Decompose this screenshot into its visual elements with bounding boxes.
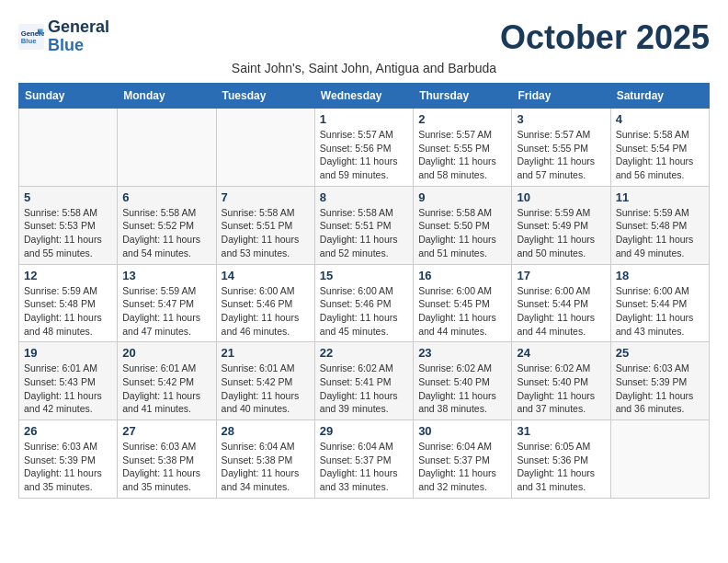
calendar-cell: 21Sunrise: 6:01 AMSunset: 5:42 PMDayligh…: [216, 342, 314, 420]
calendar-cell: 8Sunrise: 5:58 AMSunset: 5:51 PMDaylight…: [314, 186, 413, 264]
calendar-cell: 18Sunrise: 6:00 AMSunset: 5:44 PMDayligh…: [610, 264, 709, 342]
day-info: Sunrise: 5:59 AMSunset: 5:49 PMDaylight:…: [517, 206, 605, 260]
day-info: Sunrise: 5:57 AMSunset: 5:55 PMDaylight:…: [517, 128, 605, 182]
day-number: 17: [517, 269, 605, 282]
day-info: Sunrise: 6:04 AMSunset: 5:38 PMDaylight:…: [222, 440, 310, 494]
day-number: 10: [517, 190, 605, 204]
day-info: Sunrise: 6:01 AMSunset: 5:43 PMDaylight:…: [24, 362, 112, 416]
calendar-cell: 2Sunrise: 5:57 AMSunset: 5:55 PMDaylight…: [414, 109, 512, 187]
day-number: 14: [222, 269, 310, 282]
calendar-cell: 11Sunrise: 5:59 AMSunset: 5:48 PMDayligh…: [610, 186, 709, 264]
day-number: 15: [320, 269, 408, 282]
header: General Blue General Blue October 2025: [18, 18, 710, 57]
calendar-cell: 19Sunrise: 6:01 AMSunset: 5:43 PMDayligh…: [19, 342, 118, 420]
day-info: Sunrise: 6:04 AMSunset: 5:37 PMDaylight:…: [418, 440, 506, 494]
week-row-4: 19Sunrise: 6:01 AMSunset: 5:43 PMDayligh…: [19, 342, 710, 420]
day-number: 24: [517, 346, 605, 360]
day-info: Sunrise: 5:57 AMSunset: 5:55 PMDaylight:…: [418, 128, 506, 182]
calendar-cell: 25Sunrise: 6:03 AMSunset: 5:39 PMDayligh…: [610, 342, 709, 420]
day-info: Sunrise: 6:03 AMSunset: 5:38 PMDaylight:…: [122, 440, 210, 494]
calendar-cell: 22Sunrise: 6:02 AMSunset: 5:41 PMDayligh…: [314, 342, 413, 420]
day-info: Sunrise: 6:05 AMSunset: 5:36 PMDaylight:…: [517, 440, 605, 494]
calendar-cell: 14Sunrise: 6:00 AMSunset: 5:46 PMDayligh…: [216, 264, 314, 342]
day-number: 31: [517, 424, 605, 438]
day-info: Sunrise: 6:00 AMSunset: 5:46 PMDaylight:…: [320, 284, 408, 339]
calendar-cell: 5Sunrise: 5:58 AMSunset: 5:53 PMDaylight…: [19, 186, 118, 264]
day-info: Sunrise: 6:02 AMSunset: 5:41 PMDaylight:…: [320, 362, 408, 416]
day-number: 3: [517, 112, 605, 126]
calendar-cell: 7Sunrise: 5:58 AMSunset: 5:51 PMDaylight…: [216, 186, 314, 264]
calendar-cell: 17Sunrise: 6:00 AMSunset: 5:44 PMDayligh…: [512, 264, 610, 342]
calendar-cell: 28Sunrise: 6:04 AMSunset: 5:38 PMDayligh…: [216, 420, 314, 499]
day-info: Sunrise: 6:00 AMSunset: 5:46 PMDaylight:…: [222, 284, 310, 339]
day-info: Sunrise: 5:58 AMSunset: 5:53 PMDaylight:…: [24, 206, 112, 260]
day-number: 9: [418, 190, 506, 204]
day-info: Sunrise: 5:58 AMSunset: 5:54 PMDaylight:…: [616, 128, 704, 182]
weekday-saturday: Saturday: [610, 84, 709, 109]
weekday-thursday: Thursday: [414, 84, 512, 109]
day-info: Sunrise: 6:00 AMSunset: 5:44 PMDaylight:…: [616, 284, 704, 339]
day-number: 6: [122, 190, 210, 204]
day-number: 4: [616, 112, 704, 126]
day-number: 5: [24, 190, 112, 204]
day-number: 23: [418, 346, 506, 360]
day-info: Sunrise: 6:02 AMSunset: 5:40 PMDaylight:…: [418, 362, 506, 416]
day-info: Sunrise: 5:58 AMSunset: 5:51 PMDaylight:…: [320, 206, 408, 260]
calendar-cell: 29Sunrise: 6:04 AMSunset: 5:37 PMDayligh…: [314, 420, 413, 499]
day-number: 8: [320, 190, 408, 204]
weekday-header-row: SundayMondayTuesdayWednesdayThursdayFrid…: [19, 84, 710, 109]
calendar-cell: 15Sunrise: 6:00 AMSunset: 5:46 PMDayligh…: [314, 264, 413, 342]
week-row-5: 26Sunrise: 6:03 AMSunset: 5:39 PMDayligh…: [19, 420, 710, 499]
day-info: Sunrise: 6:04 AMSunset: 5:37 PMDaylight:…: [320, 440, 408, 494]
calendar-cell: 1Sunrise: 5:57 AMSunset: 5:56 PMDaylight…: [314, 109, 413, 187]
day-number: 20: [122, 346, 210, 360]
calendar-cell: 30Sunrise: 6:04 AMSunset: 5:37 PMDayligh…: [414, 420, 512, 499]
day-number: 11: [616, 190, 704, 204]
calendar-cell: 23Sunrise: 6:02 AMSunset: 5:40 PMDayligh…: [414, 342, 512, 420]
day-info: Sunrise: 6:00 AMSunset: 5:44 PMDaylight:…: [517, 284, 605, 339]
day-info: Sunrise: 6:03 AMSunset: 5:39 PMDaylight:…: [616, 362, 704, 416]
svg-text:Blue: Blue: [21, 37, 37, 45]
calendar-cell: 9Sunrise: 5:58 AMSunset: 5:50 PMDaylight…: [414, 186, 512, 264]
day-number: 22: [320, 346, 408, 360]
day-info: Sunrise: 6:00 AMSunset: 5:45 PMDaylight:…: [418, 284, 506, 339]
day-info: Sunrise: 5:59 AMSunset: 5:47 PMDaylight:…: [122, 284, 210, 339]
calendar-cell: 27Sunrise: 6:03 AMSunset: 5:38 PMDayligh…: [118, 420, 216, 499]
day-info: Sunrise: 5:59 AMSunset: 5:48 PMDaylight:…: [616, 206, 704, 260]
day-number: 29: [320, 424, 408, 438]
calendar-cell: [19, 109, 118, 187]
weekday-friday: Friday: [512, 84, 610, 109]
day-number: 21: [222, 346, 310, 360]
day-number: 25: [616, 346, 704, 360]
day-number: 16: [418, 269, 506, 282]
weekday-sunday: Sunday: [19, 84, 118, 109]
day-number: 2: [418, 112, 506, 126]
month-title: October 2025: [500, 18, 710, 57]
day-info: Sunrise: 5:58 AMSunset: 5:51 PMDaylight:…: [222, 206, 310, 260]
calendar-cell: 10Sunrise: 5:59 AMSunset: 5:49 PMDayligh…: [512, 186, 610, 264]
calendar-cell: [216, 109, 314, 187]
day-number: 30: [418, 424, 506, 438]
week-row-2: 5Sunrise: 5:58 AMSunset: 5:53 PMDaylight…: [19, 186, 710, 264]
day-info: Sunrise: 6:01 AMSunset: 5:42 PMDaylight:…: [122, 362, 210, 416]
day-number: 26: [24, 424, 112, 438]
week-row-1: 1Sunrise: 5:57 AMSunset: 5:56 PMDaylight…: [19, 109, 710, 187]
day-number: 1: [320, 112, 408, 126]
week-row-3: 12Sunrise: 5:59 AMSunset: 5:48 PMDayligh…: [19, 264, 710, 342]
day-info: Sunrise: 6:01 AMSunset: 5:42 PMDaylight:…: [222, 362, 310, 416]
day-info: Sunrise: 5:58 AMSunset: 5:50 PMDaylight:…: [418, 206, 506, 260]
day-number: 28: [222, 424, 310, 438]
day-number: 12: [24, 269, 112, 282]
day-number: 7: [222, 190, 310, 204]
weekday-wednesday: Wednesday: [314, 84, 413, 109]
day-number: 27: [122, 424, 210, 438]
calendar-cell: [118, 109, 216, 187]
calendar-cell: 24Sunrise: 6:02 AMSunset: 5:40 PMDayligh…: [512, 342, 610, 420]
day-info: Sunrise: 5:58 AMSunset: 5:52 PMDaylight:…: [122, 206, 210, 260]
day-info: Sunrise: 5:57 AMSunset: 5:56 PMDaylight:…: [320, 128, 408, 182]
logo: General Blue General Blue: [18, 18, 109, 55]
calendar-cell: 16Sunrise: 6:00 AMSunset: 5:45 PMDayligh…: [414, 264, 512, 342]
calendar-cell: 4Sunrise: 5:58 AMSunset: 5:54 PMDaylight…: [610, 109, 709, 187]
calendar-cell: 12Sunrise: 5:59 AMSunset: 5:48 PMDayligh…: [19, 264, 118, 342]
day-number: 18: [616, 269, 704, 282]
